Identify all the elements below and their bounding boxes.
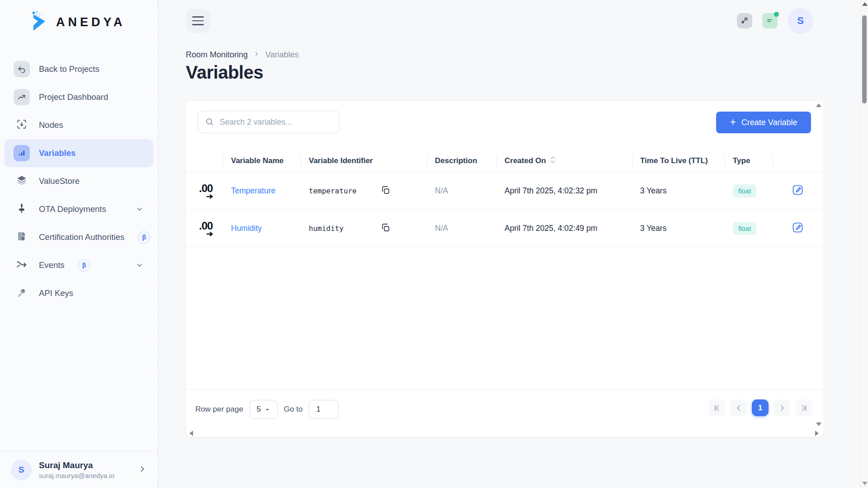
pager: 1 [708, 399, 812, 416]
back-arrow-icon [14, 61, 30, 77]
key-icon [16, 287, 27, 300]
copy-identifier-button[interactable] [380, 185, 391, 197]
variables-card: + Create Variable Variable Name Variable… [185, 100, 824, 437]
scrollbar-up-arrow[interactable] [862, 2, 868, 6]
column-variable-name: Variable Name [223, 150, 301, 172]
edit-variable-button[interactable] [792, 221, 804, 235]
sidebar-item-label: Nodes [39, 120, 63, 130]
table-row: .00 Humidity humidity N/A April 7th 2025… [186, 210, 825, 247]
sidebar-item-project-dashboard[interactable]: Project Dashboard [5, 83, 153, 111]
pagination-bar: Row per page 5 Go to 1 [186, 389, 825, 430]
first-page-button[interactable] [708, 399, 725, 416]
column-ttl: Time To Live (TTL) [632, 150, 725, 172]
sidebar-item-api-keys[interactable]: API Keys [5, 279, 153, 307]
scrollbar-down-arrow[interactable] [862, 482, 868, 485]
chevron-down-icon [136, 262, 143, 269]
decimal-variable-icon: .00 [199, 183, 214, 199]
expand-button[interactable] [737, 13, 752, 28]
variable-name-link[interactable]: Humidity [231, 224, 262, 233]
type-badge: float [733, 222, 756, 235]
page-title: Variables [186, 62, 263, 83]
decimal-icon-text: .00 [199, 221, 212, 231]
column-actions [773, 150, 825, 172]
sidebar-item-label: Back to Projects [39, 64, 99, 74]
variable-identifier: temperature [309, 187, 357, 195]
rows-per-page-value: 5 [257, 405, 261, 414]
decimal-icon-text: .00 [199, 183, 212, 194]
edit-pencil-icon [792, 184, 804, 197]
previous-page-button[interactable] [730, 399, 747, 416]
breadcrumb-project[interactable]: Room Monitoring [186, 50, 248, 60]
sidebar-item-ota-deployments[interactable]: OTA Deployments [5, 195, 153, 223]
user-email: suraj.maurya@anedya.io [39, 472, 131, 479]
sidebar-nav: Back to Projects Project Dashboard Nodes… [0, 55, 158, 307]
chevron-down-icon [136, 206, 143, 213]
decimal-variable-icon: .00 [199, 221, 214, 236]
scan-nodes-icon [16, 118, 28, 132]
sidebar-item-events[interactable]: Events β [5, 251, 153, 279]
sort-icon [550, 156, 556, 166]
user-profile-button[interactable]: S Suraj Maurya suraj.maurya@anedya.io [0, 451, 158, 488]
variable-ttl: 3 Years [632, 172, 725, 209]
page-scrollbar[interactable] [860, 0, 868, 488]
certificate-icon [16, 231, 27, 244]
column-icon-spacer [186, 150, 223, 172]
column-created-on[interactable]: Created On [496, 150, 632, 172]
type-badge: float [733, 184, 756, 197]
copy-identifier-button[interactable] [380, 222, 391, 234]
changelog-button[interactable] [762, 13, 778, 28]
sidebar-item-certification-authorities[interactable]: Certification Authorities β [5, 223, 153, 251]
variable-name-link[interactable]: Temperature [231, 186, 275, 196]
anedya-logo: ANEDYA [30, 9, 126, 35]
beta-badge: β [78, 259, 90, 272]
scrollbar-thumb[interactable] [862, 15, 867, 103]
user-name: Suraj Maurya [39, 460, 131, 470]
rows-per-page-select[interactable]: 5 [250, 400, 278, 419]
layers-icon [16, 174, 28, 188]
page-1-button[interactable]: 1 [752, 399, 769, 416]
card-scroll-up-arrow[interactable] [816, 103, 821, 107]
chevron-right-icon [138, 465, 147, 475]
edit-variable-button[interactable] [792, 184, 804, 197]
variable-description: N/A [427, 172, 496, 209]
rows-per-page-label: Row per page [195, 405, 243, 414]
plus-icon: + [730, 117, 736, 127]
account-avatar[interactable]: S [788, 8, 813, 34]
sidebar-item-nodes[interactable]: Nodes [5, 111, 153, 139]
sidebar-item-valuestore[interactable]: ValueStore [5, 167, 153, 195]
sidebar-item-back-to-projects[interactable]: Back to Projects [5, 55, 153, 83]
card-scroll-down-arrow[interactable] [816, 422, 821, 426]
next-page-button[interactable] [774, 399, 790, 416]
search-wrap [198, 111, 340, 133]
expand-icon [740, 16, 749, 26]
edit-pencil-icon [792, 221, 804, 235]
card-scroll-left-arrow[interactable] [189, 431, 193, 436]
topbar-actions: S [737, 0, 813, 42]
bar-chart-icon [14, 145, 30, 161]
variable-created-on: April 7th 2025, 4:02:32 pm [496, 172, 632, 209]
trending-up-icon [14, 89, 30, 105]
card-scroll-right-arrow[interactable] [815, 431, 819, 436]
create-variable-button[interactable]: + Create Variable [716, 112, 811, 133]
sidebar-item-label: Project Dashboard [39, 92, 108, 102]
copy-icon [380, 185, 391, 197]
goto-page-input[interactable] [309, 400, 339, 419]
breadcrumb: Room Monitoring Variables [186, 50, 299, 60]
sidebar: ANEDYA Back to Projects Project Dashboar… [0, 0, 158, 488]
copy-icon [380, 222, 391, 234]
last-page-button[interactable] [795, 399, 812, 416]
breadcrumb-current: Variables [265, 50, 299, 60]
column-variable-identifier: Variable Identifier [301, 150, 427, 172]
brand-name: ANEDYA [56, 15, 126, 29]
sidebar-item-label: Events [39, 260, 65, 270]
column-description: Description [427, 150, 496, 172]
user-avatar: S [11, 460, 32, 480]
menu-toggle-button[interactable] [186, 9, 210, 33]
sidebar-item-label: Variables [39, 148, 75, 158]
changelog-icon [766, 16, 774, 26]
sidebar-item-label: API Keys [39, 288, 73, 298]
sidebar-item-variables[interactable]: Variables [5, 139, 153, 167]
search-input[interactable] [198, 111, 340, 133]
table-row: .00 Temperature temperature N/A April 7t… [186, 172, 825, 210]
goto-label: Go to [284, 405, 303, 414]
